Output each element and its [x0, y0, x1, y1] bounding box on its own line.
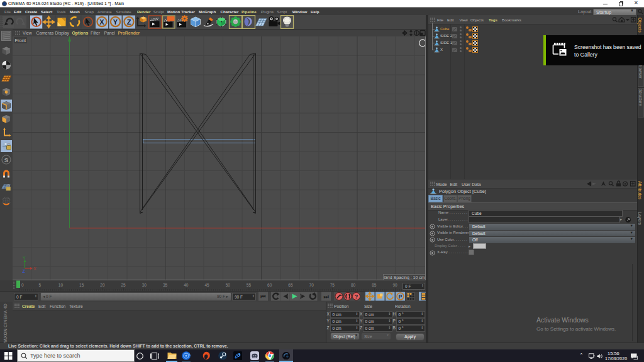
svg-text:Y: Y [23, 256, 26, 260]
svg-text:85: 85 [372, 283, 377, 287]
svg-text:35: 35 [163, 283, 168, 287]
svg-text:60: 60 [267, 283, 272, 287]
svg-text:90: 90 [392, 283, 397, 287]
svg-text:30: 30 [142, 283, 147, 287]
svg-text:15: 15 [79, 283, 84, 287]
svg-text:5: 5 [38, 283, 41, 287]
svg-text:⏭: ⏭ [323, 293, 329, 300]
svg-text:75: 75 [330, 283, 335, 287]
svg-text:Z: Z [127, 18, 131, 26]
svg-text:0: 0 [21, 283, 24, 287]
svg-text:50: 50 [226, 283, 231, 287]
svg-text:Z: Z [23, 269, 26, 273]
svg-text:?: ? [355, 293, 358, 300]
svg-text:80: 80 [351, 283, 356, 287]
svg-text:S: S [4, 156, 8, 163]
svg-text:P: P [399, 293, 402, 300]
svg-text:20: 20 [100, 283, 105, 287]
svg-text:55: 55 [247, 283, 252, 287]
svg-text:25: 25 [121, 283, 126, 287]
svg-text:⏮: ⏮ [260, 293, 265, 300]
svg-text:X: X [33, 266, 36, 271]
svg-text:65: 65 [288, 283, 293, 287]
svg-text:Y: Y [113, 18, 118, 26]
svg-text:45: 45 [204, 283, 209, 287]
svg-text:40: 40 [184, 283, 189, 287]
svg-text:70: 70 [309, 283, 314, 287]
svg-text:10: 10 [58, 283, 64, 287]
svg-text:X: X [99, 18, 104, 26]
